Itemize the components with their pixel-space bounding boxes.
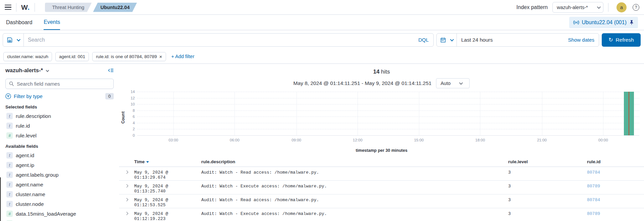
expand-row-icon[interactable] [125,212,128,215]
interval-select[interactable]: Auto [436,78,470,88]
chevron-down-icon [17,37,20,41]
fields-sidebar: wazuh-alerts-* [0,64,119,221]
field-item-agent-labels-group[interactable]: t agent.labels.group [5,172,114,178]
save-icon [7,37,12,43]
hits-label: hits [381,69,390,75]
search-icon [9,81,14,86]
refresh-icon: ↻ [608,37,613,43]
expand-row-icon[interactable] [125,184,128,188]
dql-language-button[interactable]: DQL [414,37,433,43]
field-item-agent-name[interactable]: t agent.name [5,181,114,188]
avatar[interactable]: a [616,2,627,12]
field-item-agent-id[interactable]: t agent.id [5,152,114,159]
histogram-chart: Count 1412 108 64 20 [119,92,644,143]
y-axis-title: Count [121,112,125,124]
screen-edge-artifact [0,177,1,221]
string-type-icon: t [6,201,13,207]
x-tick-5: 18:00 [475,138,485,142]
date-picker: Last 24 hours Show dates [436,33,599,47]
column-header-rule-level[interactable]: rule.level [508,159,587,164]
show-dates-button[interactable]: Show dates [568,37,599,43]
gridline [137,98,639,98]
remove-filter-icon[interactable]: × [159,54,162,59]
filter-chip-rule-id[interactable]: rule.id: is one of 80784, 80789 × [92,52,166,61]
chevron-down-icon [597,5,601,8]
rule-id-link[interactable]: 80789 [587,211,600,216]
gridline [137,129,639,129]
table-row: May 9, 2024 @ 01:13:25.740 Audit: Watch … [119,181,644,194]
cell-rule-description: Audit: Watch - Read access: /home/malwar… [201,197,508,203]
help-icon[interactable]: ? [633,4,639,11]
field-item-agent-ip[interactable]: t agent.ip [5,162,114,168]
documents-table: Time rule.description rule.level rule.id… [119,158,644,221]
module-tabs-row: Dashboard Events Ubuntu22.04 (001) [0,15,644,30]
string-type-icon: t [6,181,13,188]
hits-count-line: 14 hits [119,69,644,75]
breadcrumb-ubuntu22-04[interactable]: Ubuntu22.04 [93,3,137,12]
column-header-rule-id[interactable]: rule.id [587,159,644,164]
query-bar: DQL Last 24 hours Show dates ↻ Refresh [0,30,644,49]
field-item-cluster-name[interactable]: t cluster.name [5,191,114,197]
table-header-row: Time rule.description rule.level rule.id [119,158,644,167]
divider [35,3,35,12]
index-pattern-label: Index pattern [517,4,548,10]
table-row: May 9, 2024 @ 01:13:29.674 Audit: Watch … [119,167,644,181]
search-box: DQL [3,33,434,47]
add-filter-button[interactable]: + Add filter [171,54,195,59]
expand-row-icon[interactable] [125,198,128,202]
gridline [137,104,639,104]
chevron-down-icon [459,81,463,85]
column-header-time[interactable]: Time [134,159,201,164]
wazuh-logo[interactable]: W. [21,3,30,11]
sidebar-index-pattern[interactable]: wazuh-alerts-* [5,67,43,74]
cell-rule-level: 3 [508,211,587,216]
histogram-plot[interactable] [137,92,639,135]
string-type-icon: t [6,162,13,168]
x-tick-1: 06:00 [230,138,239,142]
field-item-rule-description[interactable]: t rule.description [5,113,114,119]
rule-id-link[interactable]: 80784 [587,170,600,175]
x-tick-7: 00:00 [598,138,608,142]
cell-time: May 9, 2024 @ 01:13:29.674 [134,170,201,180]
cell-rule-level: 3 [508,197,587,203]
filter-chip-agent-id[interactable]: agent.id: 001 [55,52,89,61]
filter-by-type-button[interactable]: Filter by type 0 [5,93,114,99]
field-item-rule-id[interactable]: t rule.id [5,123,114,129]
date-quick-menu-button[interactable] [437,34,457,46]
chevron-down-icon[interactable] [46,69,49,72]
filter-bar: cluster.name: wazuh agent.id: 001 rule.i… [0,49,644,64]
string-type-icon: t [6,123,13,129]
string-type-icon: t [6,113,13,119]
calendar-icon [440,37,446,43]
refresh-button[interactable]: ↻ Refresh [602,33,641,47]
agent-pinned-chip[interactable]: Ubuntu22.04 (001) [569,17,638,28]
filter-chip-cluster-name[interactable]: cluster.name: wazuh [3,52,52,61]
index-pattern-select[interactable]: wazuh-alerts-* [552,2,603,13]
time-range-value[interactable]: Last 24 hours [457,37,568,43]
menu-icon[interactable] [5,5,11,10]
field-item-data-15mins-loadaverage[interactable]: # data.15mins_loadAverage [5,211,114,217]
x-tick-2: 09:00 [291,138,301,142]
hits-count: 14 [373,69,379,75]
tab-events[interactable]: Events [44,15,60,30]
field-item-rule-level[interactable]: # rule.level [5,132,114,139]
x-tick-6: 21:00 [537,138,547,142]
expand-row-icon[interactable] [125,171,128,174]
field-search-input[interactable] [17,81,110,87]
gridline [137,92,639,92]
cell-rule-description: Audit: Watch - Execute access: /home/mal… [201,184,508,189]
table-row: May 9, 2024 @ 01:12:19.223 Audit: Watch … [119,208,644,221]
rule-id-link[interactable]: 80784 [587,197,600,203]
pin-icon[interactable] [629,20,634,25]
field-item-cluster-node[interactable]: t cluster.node [5,201,114,207]
x-tick-0: 03:00 [168,138,178,142]
saved-queries-menu-button[interactable] [3,34,24,46]
breadcrumb-threat-hunting[interactable]: Threat Hunting [45,3,92,12]
column-header-rule-description[interactable]: rule.description [201,159,508,164]
top-navigation-bar: W. Threat Hunting Ubuntu22.04 Index patt… [0,0,644,15]
tab-dashboard[interactable]: Dashboard [6,15,32,30]
string-type-icon: t [6,191,13,197]
rule-id-link[interactable]: 80789 [587,184,600,189]
collapse-sidebar-icon[interactable] [108,68,114,73]
search-input[interactable] [24,37,414,43]
